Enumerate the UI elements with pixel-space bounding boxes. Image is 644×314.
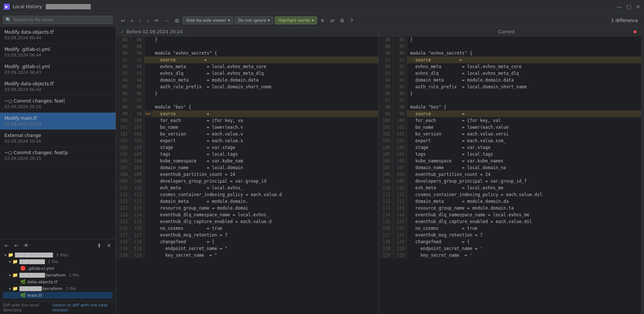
sync-button[interactable]: ⇄ xyxy=(328,16,336,25)
history-item[interactable]: ~○ Commit changes: feat( 02.09.2024 20:2… xyxy=(0,95,116,113)
diff-footer: Diff with the local directory. Switch to… xyxy=(0,301,116,314)
history-item[interactable]: ~○ Commit changes: feat(p 02.09.2024 20:… xyxy=(0,147,116,164)
line-number: 90 xyxy=(379,50,393,57)
diff-line: 108 108 eventhub_partition_count = 24 xyxy=(116,171,378,178)
maximize-button[interactable]: □ xyxy=(626,4,631,10)
diff-line: 95 95 auth_rule_prefix = local.domain_sh… xyxy=(379,83,641,90)
ignore-mode-dropdown[interactable]: Do not ignore ▾ xyxy=(235,16,273,24)
diff-line: 119 119 endpoint_secret_name = " xyxy=(116,245,378,252)
line-number-right: 90 xyxy=(393,50,407,57)
line-content: evhns_meta = local.evhns_meta_core xyxy=(407,63,641,70)
revert-button[interactable]: ↩ xyxy=(119,16,127,25)
line-number-right: 107 xyxy=(130,164,144,171)
tree-node[interactable]: 🔴 .gitlab-ci.yml xyxy=(3,265,113,272)
eye-icon[interactable]: 👁 xyxy=(22,242,30,249)
current-pane-header: Current xyxy=(379,28,641,36)
close-panel-icon[interactable]: ✕ xyxy=(105,242,113,249)
viewer-mode-dropdown[interactable]: Side-by-side viewer ▾ xyxy=(183,16,233,24)
diff-line: 105 105 tags = local.tags xyxy=(379,151,641,158)
history-item[interactable]: Modify data-objects.tf 03.09.2024 06:44 xyxy=(0,27,116,44)
scrollbar-indicator[interactable] xyxy=(641,28,644,314)
bottom-panel: ← ↩ 👁 ⬆ ✕ ▾ 📁 ████████████ 3 files ▾ 📁 █… xyxy=(0,239,116,301)
back-nav-button[interactable]: ← xyxy=(162,16,171,25)
highlight-mode-button[interactable]: Highlight words ▾ xyxy=(275,16,317,24)
tree-node[interactable]: 🌿 data-objects.tf xyxy=(3,278,113,285)
line-number: 104 xyxy=(379,144,393,151)
history-item[interactable]: Modify data-objects.tf 03.09.2024 06:42 xyxy=(0,78,116,95)
switch-diff-link[interactable]: Switch to diff with the next revision xyxy=(52,303,113,313)
tree-node[interactable]: ▾ 📁 ████████████ 3 files xyxy=(3,251,113,258)
line-number: 112 xyxy=(116,198,130,205)
line-content: } xyxy=(407,36,641,43)
diff-line: 106 106 kube_namespace = var.kube_names xyxy=(379,158,641,164)
folder-icon: 📁 xyxy=(12,259,18,264)
line-number: 104 xyxy=(116,144,130,151)
arrow-indicator xyxy=(144,90,152,97)
line-number: 106 xyxy=(116,158,130,164)
collapse-icon[interactable]: ⬆ xyxy=(96,242,103,249)
history-item[interactable]: Modify .gitlab-ci.yml 03.09.2024 06:44 xyxy=(0,44,116,61)
history-item[interactable]: External change 02.09.2024 20:16 xyxy=(0,130,116,147)
history-item[interactable]: Modify .gitlab-ci.yml 03.09.2024 06:43 xyxy=(0,61,116,78)
history-item[interactable]: Modify main.tf 02.09.2024 20:24 xyxy=(0,113,116,130)
diff-line: 92 92 evhns_meta = local.evhns_meta_core xyxy=(116,63,378,70)
line-number-right: 115 xyxy=(130,218,144,225)
search-icon: 🔍 xyxy=(6,17,11,22)
left-panel: 🔍 Modify data-objects.tf 03.09.2024 06:4… xyxy=(0,13,116,314)
line-content: source = xyxy=(152,110,378,117)
arrow-indicator xyxy=(144,77,152,83)
line-number-right: 103 xyxy=(393,137,407,144)
diff-line: 106 106 kube_namespace = var.kube_nam xyxy=(116,158,378,164)
history-item-date: 02.09.2024 20:25 xyxy=(4,104,111,109)
line-number-right: 109 xyxy=(393,178,407,185)
expand-icon: ▾ xyxy=(9,287,11,291)
line-content: endpoint_secret_name = " xyxy=(152,245,378,252)
line-number-right: 119 xyxy=(130,245,144,252)
side-by-side-button[interactable]: ⊞ xyxy=(173,16,181,25)
line-content: auth_rule_prefix = local.domain_short_na… xyxy=(152,83,378,90)
tree-node-count: 1 file xyxy=(65,286,76,291)
line-number-right: 106 xyxy=(393,158,407,164)
line-number: 110 xyxy=(379,185,393,191)
arrow-indicator xyxy=(144,211,152,218)
line-number: 98 xyxy=(116,104,130,110)
history-item-date: 02.09.2024 20:16 xyxy=(4,139,111,144)
tree-node[interactable]: 🌿 main.tf xyxy=(3,292,113,299)
history-item-title: Modify .gitlab-ci.yml xyxy=(4,64,111,69)
close-highlight-button[interactable]: ✕ xyxy=(318,16,327,25)
line-number-right: 93 xyxy=(393,70,407,77)
current-diff-lines[interactable]: 88 88 } 89 89 90 90 module "evhns_secret… xyxy=(379,36,641,314)
expand-icon: ▾ xyxy=(9,260,11,264)
diff-line: 89 89 xyxy=(379,43,641,50)
prev-diff-button[interactable]: ↑ xyxy=(137,16,143,25)
line-content: key_secret_name = ' xyxy=(407,252,641,259)
next-diff-button[interactable]: ↓ xyxy=(145,16,151,25)
history-item-title: External change xyxy=(4,133,111,138)
diff-line: 89 89 xyxy=(116,43,378,50)
window-controls[interactable]: — □ ✕ xyxy=(617,4,640,10)
line-content: stage = var.stage xyxy=(152,144,378,151)
add-button[interactable]: + xyxy=(129,16,135,25)
close-button[interactable]: ✕ xyxy=(636,4,640,10)
edit-button[interactable]: ✏ xyxy=(153,16,161,25)
search-input[interactable] xyxy=(13,17,110,22)
settings-button[interactable]: ⚙ xyxy=(338,16,347,25)
line-number: 117 xyxy=(379,232,393,238)
minimize-button[interactable]: — xyxy=(617,4,622,10)
search-input-wrap[interactable]: 🔍 xyxy=(3,16,113,24)
line-number-right: 105 xyxy=(393,151,407,158)
tree-node[interactable]: ▾ 📁 ████████ 1 file xyxy=(3,258,113,265)
tree-node[interactable]: ▾ 📁 ████████\terraform 1 file xyxy=(3,272,113,278)
tree-node[interactable]: ▾ 📁 ███████\terraform 1 file xyxy=(3,285,113,292)
before-diff-lines[interactable]: 88 88 } 89 89 90 90 module "evhns_secret… xyxy=(116,36,378,314)
line-number-right: 117 xyxy=(130,232,144,238)
help-button[interactable]: ? xyxy=(348,16,355,25)
bottom-toolbar: ← ↩ 👁 ⬆ ✕ xyxy=(3,242,113,249)
diff-count-badge: 1 difference xyxy=(611,18,638,23)
line-number: 111 xyxy=(379,191,393,198)
line-number: 103 xyxy=(116,137,130,144)
diff-line: 116 116 no_cosmos = true xyxy=(379,225,641,232)
line-number-right: 105 xyxy=(130,151,144,158)
undo-icon[interactable]: ↩ xyxy=(13,242,20,249)
back-icon[interactable]: ← xyxy=(3,242,10,249)
